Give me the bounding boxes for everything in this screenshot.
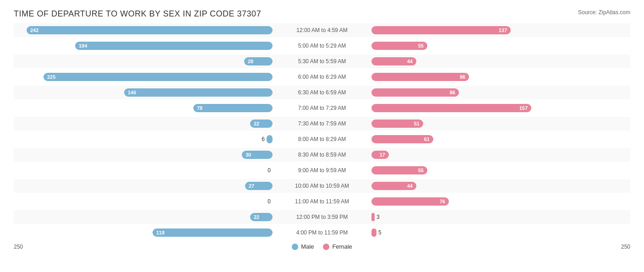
female-bar: 137: [371, 26, 511, 34]
female-bar: 157: [371, 104, 531, 112]
time-label: 8:30 AM to 8:59 AM: [276, 152, 368, 158]
left-section: 22: [14, 210, 276, 224]
time-label: 6:30 AM to 6:59 AM: [276, 89, 368, 96]
male-value-inside: 194: [79, 43, 87, 49]
time-label: 7:30 AM to 7:59 AM: [276, 120, 368, 127]
female-bar: 3: [371, 213, 375, 221]
right-section: 55: [368, 163, 630, 177]
right-section: 3: [368, 210, 630, 224]
female-value-inside: 44: [407, 59, 413, 64]
right-section: 44: [368, 54, 630, 68]
female-dot: [323, 244, 329, 250]
bar-row: 28 5:30 AM to 5:59 AM 44: [14, 54, 630, 68]
left-section: 0: [14, 163, 276, 177]
female-bar: 17: [371, 151, 389, 159]
right-section: 86: [368, 86, 630, 99]
right-section: 17: [368, 148, 630, 162]
time-label: 12:00 PM to 3:59 PM: [276, 214, 368, 220]
male-bar: 22: [250, 120, 273, 128]
male-value-inside: 146: [128, 90, 136, 95]
male-value-inside: 242: [30, 27, 38, 33]
male-bar: 225: [44, 73, 273, 81]
female-bar: 76: [371, 197, 449, 206]
time-label: 4:00 PM to 11:59 PM: [276, 229, 368, 236]
female-value-inside: 61: [424, 136, 430, 142]
chart-footer: 250 Male Female 250: [14, 243, 630, 250]
left-section: 0: [14, 195, 276, 208]
male-value-inside: 118: [156, 230, 164, 235]
male-value-inside: 30: [246, 152, 251, 158]
female-value-inside: 17: [380, 152, 385, 158]
female-label: Female: [332, 243, 352, 250]
female-value-inside: 55: [418, 43, 424, 49]
male-value-outside: 6: [262, 136, 265, 142]
female-bar: 61: [371, 135, 433, 143]
legend-female: Female: [323, 243, 352, 250]
female-bar: 5: [371, 228, 377, 237]
female-bar: 51: [371, 120, 423, 128]
male-label: Male: [301, 243, 314, 250]
scale-right: 250: [366, 244, 630, 250]
bar-row: 30 8:30 AM to 8:59 AM 17: [14, 148, 630, 162]
female-value-inside: 55: [418, 168, 424, 173]
left-section: 242: [14, 23, 276, 37]
time-label: 6:00 AM to 6:29 AM: [276, 74, 368, 80]
right-section: 76: [368, 195, 630, 208]
male-bar: 78: [193, 104, 273, 112]
male-dot: [292, 244, 298, 250]
female-bar: 86: [371, 88, 459, 97]
female-value-inside: 51: [414, 121, 420, 126]
female-bar: 55: [371, 166, 427, 174]
right-section: 96: [368, 70, 630, 84]
bar-row: 0 9:00 AM to 9:59 AM 55: [14, 163, 630, 177]
male-value-inside: 28: [248, 59, 253, 64]
bar-row: 22 7:30 AM to 7:59 AM 51: [14, 117, 630, 131]
time-label: 5:00 AM to 5:29 AM: [276, 43, 368, 49]
right-section: 51: [368, 117, 630, 131]
male-value-inside: 22: [254, 214, 259, 220]
female-value-inside: 157: [519, 105, 528, 111]
legend: Male Female: [278, 243, 366, 250]
left-section: 194: [14, 39, 276, 53]
male-bar: 146: [124, 88, 273, 97]
female-value-outside: 3: [377, 214, 380, 220]
male-value-outside: 0: [267, 198, 271, 205]
time-label: 11:00 AM to 11:59 AM: [276, 198, 368, 205]
left-section: 118: [14, 226, 276, 239]
right-section: 44: [368, 179, 630, 193]
female-bar: 96: [371, 73, 469, 81]
female-value-inside: 76: [440, 199, 445, 204]
male-bar: 27: [245, 182, 273, 190]
bar-row: 22 12:00 PM to 3:59 PM 3: [14, 210, 630, 224]
bar-row: 6 8:00 AM to 8:29 AM 61: [14, 132, 630, 146]
male-bar: 28: [244, 57, 273, 65]
bar-row: 242 12:00 AM to 4:59 AM 137: [14, 23, 630, 37]
chart-source: Source: ZipAtlas.com: [578, 9, 630, 16]
time-label: 12:00 AM to 4:59 AM: [276, 27, 368, 33]
female-bar: 55: [371, 42, 427, 50]
left-section: 146: [14, 86, 276, 99]
female-value-inside: 86: [450, 90, 455, 95]
right-section: 157: [368, 101, 630, 115]
left-section: 78: [14, 101, 276, 115]
male-bar: 30: [242, 151, 273, 159]
male-bar: 194: [75, 42, 273, 50]
time-label: 7:00 AM to 7:29 AM: [276, 105, 368, 111]
scale-left: 250: [14, 244, 278, 250]
bar-row: 78 7:00 AM to 7:29 AM 157: [14, 101, 630, 115]
left-section: 28: [14, 54, 276, 68]
bar-row: 146 6:30 AM to 6:59 AM 86: [14, 86, 630, 99]
bar-row: 194 5:00 AM to 5:29 AM 55: [14, 39, 630, 53]
female-bar: 44: [371, 182, 416, 190]
bar-row: 225 6:00 AM to 6:29 AM 96: [14, 70, 630, 84]
right-section: 55: [368, 39, 630, 53]
right-section: 137: [368, 23, 630, 37]
female-value-inside: 96: [460, 74, 465, 80]
male-bar: 118: [153, 228, 273, 237]
right-section: 61: [368, 132, 630, 146]
male-bar: 242: [27, 26, 273, 34]
chart-title: TIME OF DEPARTURE TO WORK BY SEX IN ZIP …: [14, 9, 261, 19]
male-bar: 6: [267, 135, 273, 143]
time-label: 9:00 AM to 9:59 AM: [276, 167, 368, 174]
male-value-inside: 22: [254, 121, 259, 126]
